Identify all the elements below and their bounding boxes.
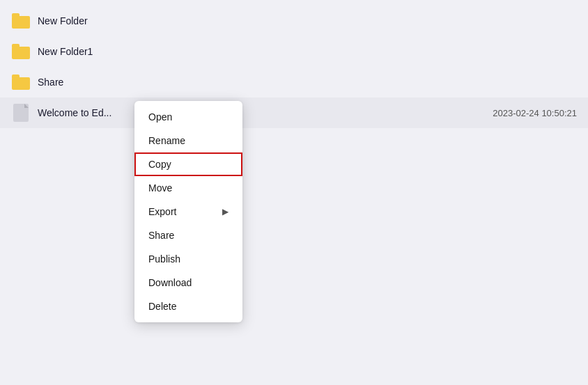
menu-item-export-label: Export (148, 206, 176, 217)
folder-icon (11, 72, 31, 92)
file-item-welcome[interactable]: Welcome to Ed... 2023-02-24 10:50:21 (0, 97, 588, 128)
file-name-welcome: Welcome to Ed... (38, 107, 111, 118)
menu-item-delete[interactable]: Delete (134, 294, 242, 318)
context-menu: Open Rename Copy Move Export ▶ Share Pub… (134, 101, 242, 322)
menu-item-rename-label: Rename (148, 135, 185, 146)
menu-item-export[interactable]: Export ▶ (134, 200, 242, 223)
file-list: New Folder New Folder1 Share Welcome to … (0, 0, 588, 134)
file-name-new-folder1: New Folder1 (38, 46, 93, 57)
menu-item-publish-label: Publish (148, 253, 180, 265)
menu-item-share[interactable]: Share (134, 223, 242, 247)
doc-icon (11, 103, 31, 123)
file-name-new-folder: New Folder (38, 15, 88, 26)
menu-item-download[interactable]: Download (134, 271, 242, 294)
menu-item-download-label: Download (148, 277, 192, 288)
menu-item-rename[interactable]: Rename (134, 129, 242, 152)
menu-item-open-label: Open (148, 111, 172, 123)
submenu-arrow-icon: ▶ (222, 207, 229, 217)
file-item-new-folder1[interactable]: New Folder1 (0, 36, 588, 67)
folder-icon (11, 42, 31, 61)
file-name-share: Share (38, 77, 63, 88)
menu-item-copy-label: Copy (148, 159, 171, 170)
menu-item-delete-label: Delete (148, 301, 176, 312)
menu-item-copy[interactable]: Copy (134, 152, 242, 176)
menu-item-publish[interactable]: Publish (134, 247, 242, 271)
menu-item-share-label: Share (148, 230, 174, 241)
file-item-new-folder[interactable]: New Folder (0, 6, 588, 36)
menu-item-open[interactable]: Open (134, 105, 242, 129)
folder-icon (11, 11, 31, 31)
menu-item-move-label: Move (148, 182, 172, 194)
menu-item-move[interactable]: Move (134, 176, 242, 200)
file-item-share[interactable]: Share (0, 67, 588, 97)
file-date-welcome: 2023-02-24 10:50:21 (493, 108, 577, 118)
